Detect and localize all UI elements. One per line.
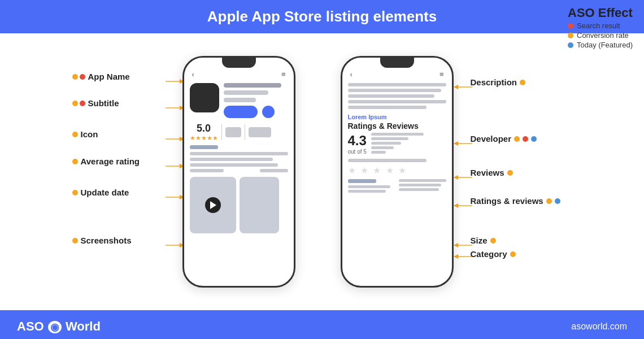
divider1: [221, 124, 222, 140]
rating-visual2: [249, 127, 271, 137]
app-short-bar: [224, 98, 256, 102]
notch-right: [380, 58, 414, 68]
label-reviews: Reviews: [471, 168, 513, 177]
dot-rr2: [555, 198, 560, 204]
dot6: [72, 159, 78, 164]
dot1: [72, 74, 78, 80]
description-bars: [348, 83, 446, 109]
app-subtitle-bar: [224, 90, 269, 95]
right-labels: Description Developer Reviews Ratings & …: [471, 56, 572, 288]
cat-bar1: [399, 179, 446, 182]
screenshots-area: [190, 177, 288, 233]
menu-icon: ≡: [281, 70, 286, 79]
developer-label: Developer: [471, 134, 512, 144]
desc-bar2: [348, 89, 441, 92]
rating-bar-below: [348, 159, 427, 162]
menu-icon-right: ≡: [440, 70, 444, 79]
right-arrows-svg: [454, 56, 471, 288]
notch-left: [222, 58, 256, 68]
legend-search-result: Search result: [568, 21, 633, 30]
phone-right-inner: ‹ ≡ Lorem Ipsum Ratings & Reviews 4.3 ou…: [342, 58, 452, 286]
logo-world: World: [66, 319, 101, 333]
ratings-section: 4.3 out of 5: [348, 133, 446, 155]
star-rating-display: ★ ★ ★ ★ ★: [348, 165, 446, 176]
aso-title: ASO Effect: [568, 6, 633, 20]
rbar-row3: [371, 142, 446, 145]
rating-bars-block: [371, 133, 446, 155]
average-rating-label: Average rating: [81, 157, 140, 166]
dot5: [72, 132, 78, 137]
left-labels: App Name Subtitle Icon Average rating Up…: [72, 56, 166, 288]
dot-dev3: [531, 136, 537, 142]
update-bar5: [190, 169, 224, 172]
dot7: [72, 190, 78, 195]
update-bar4: [190, 163, 279, 167]
dot3: [72, 101, 78, 106]
dot-desc: [520, 80, 525, 85]
app-name-label: App Name: [88, 72, 130, 81]
label-app-name: App Name: [72, 72, 130, 81]
page-header: Apple App Store listing elements ASO Eff…: [0, 0, 644, 33]
svg-marker-13: [454, 85, 458, 89]
rating-stars: ★★★★★: [190, 134, 218, 142]
label-developer: Developer: [471, 134, 537, 144]
category-label: Category: [471, 249, 507, 259]
rating-visual1: [225, 127, 241, 137]
share-button[interactable]: [262, 106, 275, 118]
app-info: [224, 83, 288, 118]
rating-number: 5.0: [190, 123, 218, 134]
description-label: Description: [471, 77, 517, 87]
rating-block: 5.0 ★★★★★: [190, 123, 218, 142]
rbar-row1: [371, 133, 446, 136]
out-of-label: out of 5: [348, 149, 367, 155]
size-cat-row: [348, 179, 446, 193]
phone-right: ‹ ≡ Lorem Ipsum Ratings & Reviews 4.3 ou…: [341, 56, 454, 288]
size-label: Size: [471, 236, 488, 245]
page-title: Apple App Store listing elements: [11, 8, 633, 25]
rbar-row2: [371, 137, 446, 140]
app-icon: [190, 83, 219, 112]
dot-cat: [510, 251, 516, 257]
subtitle-label: Subtitle: [88, 98, 119, 108]
reviews-label: Reviews: [471, 168, 504, 177]
cat-bar3: [399, 188, 439, 191]
dot-dev1: [514, 136, 520, 142]
desc-bar5: [348, 106, 427, 109]
size-category-section: [348, 179, 446, 193]
phone-left-inner: ‹ ≡ 5.0 ★★★★★: [184, 58, 294, 286]
rating-icon2: [249, 127, 271, 137]
screenshots-label: Screenshots: [81, 236, 132, 245]
update-section: [190, 145, 288, 172]
label-category: Category: [471, 249, 516, 259]
size-val2: [348, 190, 386, 193]
update-bars-row2: [190, 169, 288, 172]
app-header: [190, 83, 288, 118]
update-bar3: [190, 158, 273, 161]
dot-dev2: [523, 136, 528, 142]
screenshot-image: [240, 177, 279, 233]
ratings-reviews-label: Ratings & reviews: [471, 196, 543, 206]
label-screenshots: Screenshots: [72, 236, 132, 245]
phone-right-topbar: ‹ ≡: [348, 70, 446, 79]
footer-url: asoworld.com: [571, 321, 627, 332]
footer-logo: ASO ◉ World: [17, 319, 101, 334]
get-button[interactable]: [224, 106, 258, 118]
rbar-row5: [371, 151, 446, 154]
dot2: [80, 74, 85, 80]
category-block: [399, 179, 446, 193]
dot-rev: [507, 170, 513, 176]
app-buttons: [224, 106, 288, 118]
update-bars-row1: [190, 145, 288, 149]
phone-left-topbar: ‹ ≡: [190, 70, 288, 79]
logo-text: ASO: [17, 319, 44, 333]
cat-bar2: [399, 184, 442, 186]
play-button[interactable]: [205, 197, 221, 213]
update-bar6: [260, 169, 288, 172]
update-bar1: [190, 145, 218, 149]
big-rating-num: 4.3: [348, 133, 367, 149]
legend-search-result-label: Search result: [577, 21, 620, 30]
update-date-label: Update date: [81, 188, 129, 197]
desc-bar4: [348, 100, 446, 103]
size-block: [348, 179, 395, 193]
developer-text: Lorem Ipsum: [348, 114, 446, 120]
